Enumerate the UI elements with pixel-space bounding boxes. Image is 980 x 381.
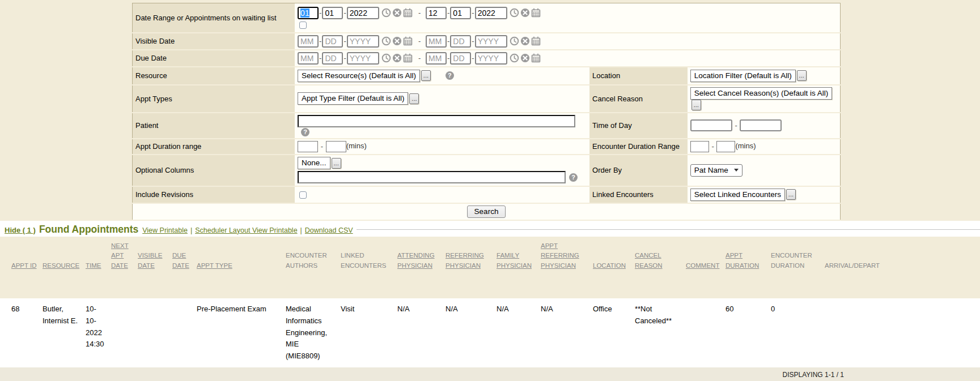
due-from-mm-input[interactable] (298, 52, 319, 65)
date-to-yyyy-input[interactable] (475, 7, 507, 19)
resource-filter[interactable]: Select Resource(s) (Default is All) (298, 70, 420, 82)
order-by-value: Pat Name (694, 166, 728, 174)
encounter-duration-min-input[interactable] (690, 141, 709, 152)
sort-time-link[interactable]: TIME (86, 262, 101, 269)
time-of-day-to-input[interactable] (740, 119, 782, 131)
view-printable-link[interactable]: View Printable (142, 226, 188, 234)
search-button-row: Search (133, 203, 841, 220)
calendar-icon[interactable] (531, 8, 541, 18)
waiting-list-checkbox[interactable] (299, 22, 307, 29)
clear-date-icon[interactable] (392, 8, 402, 18)
resource-more-button[interactable]: ... (421, 70, 431, 81)
sort-next-apt-date-link[interactable]: NEXT APT DATE (111, 242, 129, 269)
sort-appt-id-link[interactable]: APPT ID (11, 262, 37, 269)
order-by-select[interactable]: Pat Name (690, 164, 743, 177)
due-from-yyyy-input[interactable] (347, 52, 379, 65)
calendar-icon[interactable] (403, 8, 413, 18)
cell-appt-id: 68 (0, 298, 43, 367)
header-rule (357, 229, 980, 230)
search-button[interactable]: Search (467, 206, 506, 218)
clear-date-icon[interactable] (520, 36, 530, 46)
calendar-icon[interactable] (403, 53, 413, 63)
visible-to-yyyy-input[interactable] (475, 35, 507, 48)
optional-columns-more-button[interactable]: ... (332, 158, 341, 169)
optional-columns-input[interactable] (298, 171, 566, 183)
sort-appt-type-link[interactable]: APPT TYPE (197, 262, 232, 269)
appt-type-more-button[interactable]: ... (409, 93, 419, 104)
time-picker-icon[interactable] (510, 36, 519, 46)
col-due-date: DUE DATE (172, 237, 197, 298)
resource-label: Resource (133, 67, 295, 85)
scheduler-layout-view-printable-link[interactable]: Scheduler Layout View Printable (195, 226, 297, 234)
dash-separator: - (343, 54, 346, 62)
date-range-cell: 01-- - -- (295, 3, 840, 33)
sort-comment-link[interactable]: COMMENT (686, 262, 719, 269)
sort-location-link[interactable]: LOCATION (593, 262, 626, 269)
calendar-icon[interactable] (531, 36, 541, 46)
due-to-yyyy-input[interactable] (475, 52, 507, 65)
optional-columns-filter[interactable]: None... (298, 157, 330, 169)
time-picker-icon[interactable] (510, 53, 519, 63)
sort-family-physician-link[interactable]: FAMILY PHYSICIAN (497, 252, 532, 269)
sort-visible-date-link[interactable]: VISIBLE DATE (138, 252, 162, 269)
location-filter[interactable]: Location Filter (Default is All) (690, 70, 796, 82)
hide-results-link[interactable]: Hide ( 1 ) (5, 226, 36, 234)
sort-appt-duration-link[interactable]: APPT DURATION (726, 252, 759, 269)
sort-resource-link[interactable]: RESOURCE (43, 262, 79, 269)
visible-to-dd-input[interactable] (450, 35, 471, 48)
calendar-icon[interactable] (403, 36, 413, 46)
dash-separator: - (319, 8, 321, 17)
search-form: Date Range or Appointments on waiting li… (132, 3, 841, 221)
date-to-mm-input[interactable] (426, 7, 447, 19)
appointments-table: APPT ID RESOURCE TIME NEXT APT DATE VISI… (0, 237, 980, 367)
sort-attending-physician-link[interactable]: ATTENDING PHYSICIAN (397, 252, 435, 269)
visible-from-dd-input[interactable] (322, 35, 343, 48)
include-revisions-checkbox[interactable] (299, 191, 307, 199)
cancel-reason-filter[interactable]: Select Cancel Reason(s) (Default is All) (690, 87, 832, 100)
download-csv-link[interactable]: Download CSV (305, 226, 353, 234)
time-picker-icon[interactable] (381, 8, 391, 18)
displaying-count: DISPLAYING 1-1 / 1 (0, 367, 980, 381)
sort-referring-physician-link[interactable]: REFERRING PHYSICIAN (446, 252, 484, 269)
due-to-mm-input[interactable] (426, 52, 447, 65)
visible-from-yyyy-input[interactable] (347, 35, 379, 48)
link-separator: | (300, 226, 302, 234)
linked-encounters-more-button[interactable]: ... (786, 189, 796, 200)
date-from-yyyy-input[interactable] (347, 7, 379, 19)
time-picker-icon[interactable] (381, 36, 391, 46)
time-picker-icon[interactable] (381, 53, 391, 63)
visible-from-mm-input[interactable] (298, 35, 319, 48)
due-from-dd-input[interactable] (322, 52, 343, 65)
location-more-button[interactable]: ... (797, 70, 807, 81)
linked-encounters-filter[interactable]: Select Linked Encounters (690, 189, 785, 201)
appt-duration-max-input[interactable] (326, 141, 346, 152)
cancel-reason-more-button[interactable]: ... (691, 100, 701, 110)
optional-columns-label: Optional Columns (133, 155, 295, 186)
visible-to-mm-input[interactable] (426, 35, 447, 48)
dash-separator: - (472, 8, 474, 17)
date-from-mm-input[interactable]: 01 (298, 7, 319, 19)
calendar-icon[interactable] (531, 53, 541, 63)
patient-input[interactable] (298, 115, 575, 127)
sort-due-date-link[interactable]: DUE DATE (172, 252, 189, 269)
sort-cancel-reason-link[interactable]: CANCEL REASON (635, 252, 663, 269)
clear-date-icon[interactable] (520, 53, 530, 63)
clear-date-icon[interactable] (520, 8, 530, 18)
table-header-row: APPT ID RESOURCE TIME NEXT APT DATE VISI… (0, 237, 980, 298)
resource-help-icon[interactable]: ? (446, 71, 454, 80)
encounter-duration-max-input[interactable] (716, 141, 735, 152)
time-of-day-from-input[interactable] (690, 119, 732, 131)
clear-date-icon[interactable] (392, 36, 402, 46)
appt-type-filter[interactable]: Appt Type Filter (Default is All) (298, 92, 408, 105)
date-from-dd-input[interactable] (322, 7, 343, 19)
appt-duration-units: (mins) (346, 142, 367, 150)
appt-duration-min-input[interactable] (298, 141, 318, 152)
dash-separator: - (735, 121, 737, 130)
patient-help-icon[interactable]: ? (301, 128, 309, 136)
date-to-dd-input[interactable] (450, 7, 471, 19)
sort-appt-referring-physician-link[interactable]: APPT REFERRING PHYSICIAN (541, 242, 579, 269)
optional-columns-help-icon[interactable]: ? (569, 173, 578, 182)
time-picker-icon[interactable] (510, 8, 519, 18)
clear-date-icon[interactable] (392, 53, 402, 63)
due-to-dd-input[interactable] (450, 52, 471, 65)
